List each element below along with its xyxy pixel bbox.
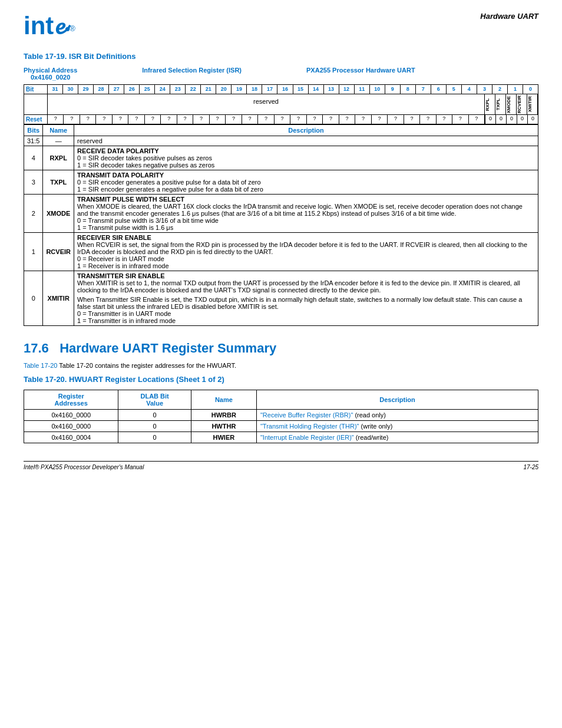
bit-0: 0	[523, 85, 538, 94]
bit-11: 11	[355, 85, 370, 94]
bit-1: 1	[508, 85, 523, 94]
bit-2: 2	[492, 85, 508, 94]
reset-row: Reset ? ? ? ? ? ? ? ? ? ? ? ? ? ? ? ? ? …	[24, 115, 538, 124]
bit-14: 14	[309, 85, 324, 94]
bit-5: 5	[447, 85, 462, 94]
page-section-title: Hardware UART	[480, 12, 538, 21]
bit-3: 3	[477, 85, 492, 94]
section-17-6: 17.6 Hardware UART Register Summary Tabl…	[24, 341, 538, 443]
bit-20: 20	[216, 85, 232, 94]
section-heading: 17.6 Hardware UART Register Summary	[24, 341, 538, 356]
col-reg-addr: RegisterAddresses	[24, 390, 118, 410]
table-row: 0x4160_0000 0 HWRBR "Receive Buffer Regi…	[24, 410, 538, 421]
register-info-row: Physical Address 0x4160_0020 Infrared Se…	[24, 67, 538, 81]
bit-29: 29	[78, 85, 94, 94]
bit-23: 23	[170, 85, 186, 94]
bit-16: 16	[277, 85, 293, 94]
page-header: int𝓮® Hardware UART	[24, 12, 538, 40]
bit-22: 22	[186, 85, 201, 94]
reserved-label: reserved	[48, 94, 485, 114]
bit-txpl: TXPL	[495, 94, 506, 114]
bit-26: 26	[124, 85, 140, 94]
bit-xmode: XMODE	[506, 94, 517, 114]
bit-xmitir: XMITIR	[527, 94, 538, 114]
table-row: 1 RCVEIR RECEIVER SIR ENABLE When RCVEIR…	[24, 233, 538, 271]
bit-30: 30	[63, 85, 78, 94]
section-number: 17.6	[24, 341, 49, 355]
reg-name: Infrared Selection Register (ISR)	[142, 67, 242, 74]
bit-6: 6	[431, 85, 447, 94]
bit-21: 21	[201, 85, 216, 94]
bit-27: 27	[109, 85, 124, 94]
bit-9: 9	[385, 85, 401, 94]
bit-12: 12	[339, 85, 355, 94]
table-20-title: Table 17-20. HWUART Register Locations (…	[24, 375, 538, 384]
bit-15: 15	[293, 85, 309, 94]
col-name: Name	[43, 125, 74, 136]
footer-left: Intel® PXA255 Processor Developer's Manu…	[24, 464, 144, 470]
table-19-title: Table 17-19. ISR Bit Definitions	[24, 52, 538, 61]
table-row: 31:5 — reserved	[24, 136, 538, 146]
table-row: 0x4160_0004 0 HWIER "Interrupt Enable Re…	[24, 432, 538, 443]
reset-label: Reset	[24, 115, 48, 124]
bit-10: 10	[370, 85, 385, 94]
reset-values: ? ? ? ? ? ? ? ? ? ? ? ? ? ? ? ? ? ? ? ?	[48, 115, 485, 124]
col-name: Name	[191, 390, 256, 410]
table-row: 4 RXPL RECEIVE DATA POLARITY 0 = SIR dec…	[24, 146, 538, 170]
bit-numbers-row: Bit 31 30 29 28 27 26 25 24 23 22 21 20 …	[24, 85, 538, 94]
intel-logo: int𝓮®	[24, 12, 75, 40]
bit-25: 25	[140, 85, 155, 94]
col-desc: Description	[74, 125, 538, 136]
col-bits: Bits	[24, 125, 43, 136]
bit-24: 24	[155, 85, 170, 94]
table-row: 0 XMITIR TRANSMITTER SIR ENABLE When XMI…	[24, 271, 538, 326]
bit-7: 7	[416, 85, 431, 94]
bit-31: 31	[48, 85, 63, 94]
col-desc: Description	[256, 390, 538, 410]
table-20: RegisterAddresses DLAB BitValue Name Des…	[24, 390, 538, 443]
reg-proc: PXA255 Processor Hardware UART	[306, 67, 415, 74]
table-row: 2 XMODE TRANSMIT PULSE WIDTH SELECT When…	[24, 195, 538, 233]
bit-13: 13	[324, 85, 339, 94]
bit-8: 8	[401, 85, 416, 94]
bit-4: 4	[462, 85, 477, 94]
bit-rxpl: RXPL	[485, 94, 495, 114]
section-para: Table 17-20 Table 17-20 contains the reg…	[24, 362, 538, 369]
table-19-section: Table 17-19. ISR Bit Definitions Physica…	[24, 52, 538, 326]
bit-18: 18	[247, 85, 262, 94]
reg-physical-addr: Physical Address 0x4160_0020	[24, 67, 77, 81]
section-title: Hardware UART Register Summary	[59, 341, 276, 355]
col-dlab: DLAB BitValue	[118, 390, 191, 410]
bit-desc-table: Bits Name Description 31:5 — reserved 4 …	[24, 124, 538, 326]
table-row: 3 TXPL TRANSMIT DATA POLARITY 0 = SIR en…	[24, 170, 538, 195]
bit-28: 28	[94, 85, 109, 94]
bit-17: 17	[262, 85, 277, 94]
page-footer: Intel® PXA255 Processor Developer's Manu…	[24, 461, 538, 470]
table-row: 0x4160_0000 0 HWTHR "Transmit Holding Re…	[24, 421, 538, 432]
bit-rcveir: RCVEIR	[517, 94, 527, 114]
bit-19: 19	[232, 85, 247, 94]
bit-row-label: Bit	[24, 85, 48, 94]
bit-register-visual: Bit 31 30 29 28 27 26 25 24 23 22 21 20 …	[24, 84, 538, 124]
reserved-row: reserved RXPL TXPL XMODE RCVEIR XMITIR	[24, 94, 538, 115]
footer-right: 17-25	[523, 464, 538, 470]
